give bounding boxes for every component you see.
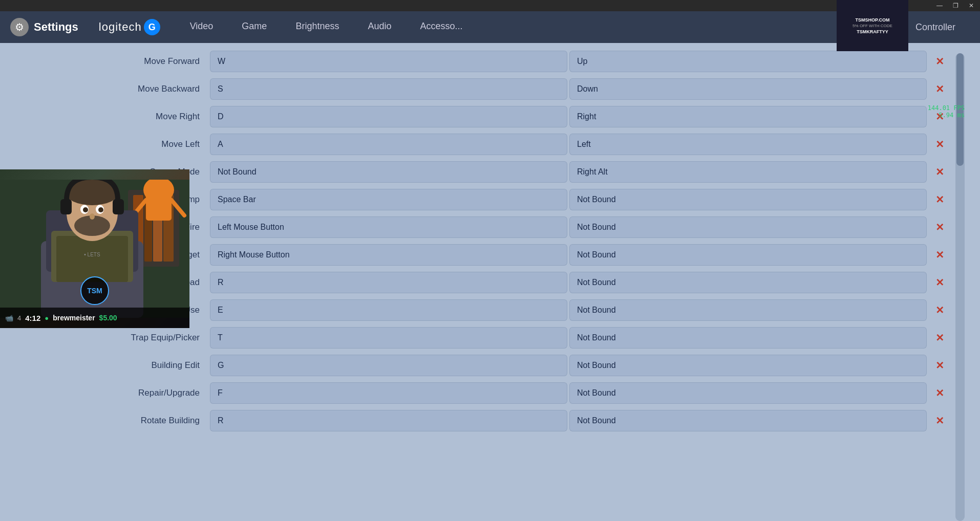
svg-text:• LETS: • LETS bbox=[84, 252, 100, 257]
nav-logitech: logitech G bbox=[99, 19, 160, 35]
keybind-primary-2[interactable]: D bbox=[210, 106, 567, 127]
svg-point-22 bbox=[90, 213, 95, 220]
settings-label: Settings bbox=[34, 20, 78, 34]
keybind-primary-3[interactable]: A bbox=[210, 134, 567, 155]
keybind-action-label: Rotate Building bbox=[67, 416, 210, 426]
keybind-secondary-1[interactable]: Down bbox=[569, 78, 927, 100]
keybind-delete-10[interactable]: ✕ bbox=[929, 327, 950, 349]
webcam-overlay: • LETS 📹 4 4:12 ● brewmeister $5.00 TSM bbox=[0, 169, 189, 328]
keybind-delete-0[interactable]: ✕ bbox=[929, 51, 950, 72]
svg-point-20 bbox=[83, 207, 88, 212]
keybind-secondary-7[interactable]: Not Bound bbox=[569, 244, 927, 266]
keybind-secondary-5[interactable]: Not Bound bbox=[569, 189, 927, 210]
keybind-primary-9[interactable]: E bbox=[210, 299, 567, 321]
svg-rect-13 bbox=[56, 236, 128, 282]
logitech-label: logitech bbox=[99, 20, 142, 34]
keybind-primary-5[interactable]: Space Bar bbox=[210, 189, 567, 210]
keybind-secondary-0[interactable]: Up bbox=[569, 51, 927, 72]
keybind-action-label: Move Backward bbox=[67, 84, 210, 94]
keybind-primary-8[interactable]: R bbox=[210, 272, 567, 293]
webcam-status-icon: ● bbox=[45, 314, 49, 322]
tab-video[interactable]: Video bbox=[176, 11, 228, 43]
keybind-primary-13[interactable]: R bbox=[210, 410, 567, 431]
svg-rect-7 bbox=[146, 190, 172, 221]
tab-audio[interactable]: Audio bbox=[353, 11, 406, 43]
keybind-delete-7[interactable]: ✕ bbox=[929, 244, 950, 266]
logitech-icon: G bbox=[144, 19, 160, 35]
fps-counter: 144.01 FPS 5.94 ms bbox=[928, 104, 965, 119]
keybind-secondary-8[interactable]: Not Bound bbox=[569, 272, 927, 293]
keybind-list: Move Forward W Up ✕ Move Backward S Down… bbox=[67, 48, 965, 434]
keybind-delete-8[interactable]: ✕ bbox=[929, 272, 950, 293]
keybind-row: Reload R Not Bound ✕ bbox=[67, 269, 950, 296]
keybind-secondary-13[interactable]: Not Bound bbox=[569, 410, 927, 431]
keybind-row: Move Right D Right ✕ bbox=[67, 103, 950, 130]
nav-settings-area: ⚙ Settings bbox=[10, 18, 78, 36]
keybind-secondary-6[interactable]: Not Bound bbox=[569, 216, 927, 238]
ad-banner: TSMSHOP.COM 5% OFF WITH CODE TSMKRAFTYY bbox=[837, 0, 908, 51]
keybind-primary-4[interactable]: Not Bound bbox=[210, 161, 567, 183]
ad-code-label: 5% OFF WITH CODE bbox=[853, 24, 892, 28]
keybind-primary-0[interactable]: W bbox=[210, 51, 567, 72]
restore-button[interactable]: ❐ bbox=[950, 1, 962, 10]
tab-game[interactable]: Game bbox=[227, 11, 281, 43]
keybind-primary-1[interactable]: S bbox=[210, 78, 567, 100]
keybind-primary-10[interactable]: T bbox=[210, 327, 567, 349]
keybind-row: Cursor Mode Not Bound Right Alt ✕ bbox=[67, 159, 950, 185]
keybind-row: Fire Left Mouse Button Not Bound ✕ bbox=[67, 214, 950, 241]
keybind-action-label: Move Right bbox=[67, 112, 210, 122]
webcam-username: brewmeister bbox=[53, 314, 95, 322]
tsm-logo: TSM bbox=[80, 276, 109, 305]
keybind-delete-3[interactable]: ✕ bbox=[929, 134, 950, 155]
webcam-viewers-icon: 📹 bbox=[5, 314, 13, 322]
keybind-primary-12[interactable]: F bbox=[210, 382, 567, 404]
fps-ms: 5.94 ms bbox=[928, 112, 965, 119]
settings-scroll: Move Forward W Up ✕ Move Backward S Down… bbox=[67, 48, 965, 521]
keybind-secondary-11[interactable]: Not Bound bbox=[569, 355, 927, 376]
webcam-info: 📹 4 4:12 ● brewmeister $5.00 bbox=[0, 308, 189, 328]
scrollbar[interactable] bbox=[955, 53, 965, 521]
title-bar: — ❐ ✕ bbox=[0, 0, 980, 11]
keybind-delete-5[interactable]: ✕ bbox=[929, 189, 950, 210]
keybind-secondary-12[interactable]: Not Bound bbox=[569, 382, 927, 404]
tab-brightness[interactable]: Brightness bbox=[281, 11, 353, 43]
keybind-row: Rotate Building R Not Bound ✕ bbox=[67, 407, 950, 434]
top-nav: ⚙ Settings logitech G Video Game Brightn… bbox=[0, 11, 980, 43]
keybind-row: Use E Not Bound ✕ bbox=[67, 297, 950, 323]
keybind-primary-6[interactable]: Left Mouse Button bbox=[210, 216, 567, 238]
keybind-delete-13[interactable]: ✕ bbox=[929, 410, 950, 431]
keybind-action-label: Trap Equip/Picker bbox=[67, 333, 210, 343]
webcam-viewer-count: 4 bbox=[17, 314, 21, 322]
keybind-delete-6[interactable]: ✕ bbox=[929, 216, 950, 238]
tab-accessibility[interactable]: Accesso... bbox=[406, 11, 477, 43]
nav-tabs: Video Game Brightness Audio Accesso... bbox=[176, 11, 901, 43]
keybind-action-label: Move Left bbox=[67, 139, 210, 149]
main-content: 144.01 FPS 5.94 ms Move Forward W Up ✕ M… bbox=[0, 43, 980, 521]
keybind-secondary-3[interactable]: Left bbox=[569, 134, 927, 155]
keybind-secondary-4[interactable]: Right Alt bbox=[569, 161, 927, 183]
keybind-secondary-9[interactable]: Not Bound bbox=[569, 299, 927, 321]
keybind-delete-4[interactable]: ✕ bbox=[929, 161, 950, 183]
keybind-action-label: Building Edit bbox=[67, 360, 210, 371]
minimize-button[interactable]: — bbox=[933, 1, 946, 10]
tab-controller[interactable]: Controller bbox=[901, 11, 970, 43]
keybind-row: Jump Space Bar Not Bound ✕ bbox=[67, 186, 950, 213]
keybind-action-label: Move Forward bbox=[67, 56, 210, 67]
keybind-delete-1[interactable]: ✕ bbox=[929, 78, 950, 100]
svg-rect-24 bbox=[113, 199, 124, 214]
keybind-delete-9[interactable]: ✕ bbox=[929, 299, 950, 321]
keybind-row: Move Forward W Up ✕ bbox=[67, 48, 950, 75]
keybind-primary-7[interactable]: Right Mouse Button bbox=[210, 244, 567, 266]
keybind-primary-11[interactable]: G bbox=[210, 355, 567, 376]
keybind-delete-12[interactable]: ✕ bbox=[929, 382, 950, 404]
keybind-delete-11[interactable]: ✕ bbox=[929, 355, 950, 376]
keybind-row: Repair/Upgrade F Not Bound ✕ bbox=[67, 380, 950, 406]
keybind-secondary-2[interactable]: Right bbox=[569, 106, 927, 127]
svg-point-21 bbox=[98, 207, 103, 212]
close-button[interactable]: ✕ bbox=[966, 1, 977, 10]
webcam-time: 4:12 bbox=[25, 314, 40, 322]
webcam-donation: $5.00 bbox=[99, 314, 117, 322]
keybind-row: Target Right Mouse Button Not Bound ✕ bbox=[67, 242, 950, 268]
settings-icon: ⚙ bbox=[10, 18, 29, 36]
keybind-secondary-10[interactable]: Not Bound bbox=[569, 327, 927, 349]
